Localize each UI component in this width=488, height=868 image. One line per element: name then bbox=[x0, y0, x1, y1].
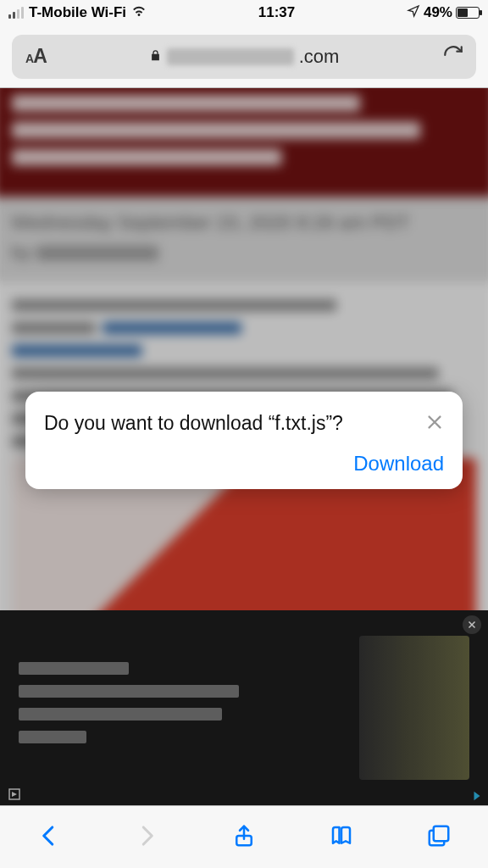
clock-label: 11:37 bbox=[258, 4, 295, 21]
svg-rect-1 bbox=[434, 826, 449, 841]
domain-blur bbox=[167, 48, 294, 65]
status-bar: T-Mobile Wi-Fi 11:37 49% bbox=[0, 0, 488, 25]
close-button[interactable] bbox=[425, 413, 444, 435]
tabs-button[interactable] bbox=[426, 823, 452, 852]
url-bar-container: AA .com bbox=[0, 25, 488, 88]
reader-aa-button[interactable]: AA bbox=[25, 45, 47, 68]
battery-pct-label: 49% bbox=[424, 4, 452, 21]
browser-toolbar bbox=[0, 805, 488, 868]
battery-icon bbox=[456, 7, 480, 19]
download-prompt-text: Do you want to download “f.txt.js”? bbox=[44, 412, 343, 435]
wifi-icon bbox=[131, 3, 147, 23]
share-button[interactable] bbox=[231, 823, 257, 852]
back-button[interactable] bbox=[36, 823, 62, 852]
download-prompt: Do you want to download “f.txt.js”? Down… bbox=[25, 392, 463, 489]
lock-icon bbox=[149, 46, 162, 68]
status-left: T-Mobile Wi-Fi bbox=[8, 3, 147, 23]
download-button[interactable]: Download bbox=[353, 452, 444, 476]
cell-signal-icon bbox=[8, 7, 24, 19]
location-icon bbox=[407, 4, 420, 22]
status-right: 49% bbox=[407, 4, 480, 22]
bookmarks-button[interactable] bbox=[329, 823, 354, 852]
address-bar[interactable]: AA .com bbox=[12, 35, 476, 79]
reload-button[interactable] bbox=[442, 44, 464, 70]
domain-suffix: .com bbox=[299, 46, 340, 68]
carrier-label: T-Mobile Wi-Fi bbox=[29, 4, 126, 21]
forward-button[interactable] bbox=[134, 823, 159, 852]
